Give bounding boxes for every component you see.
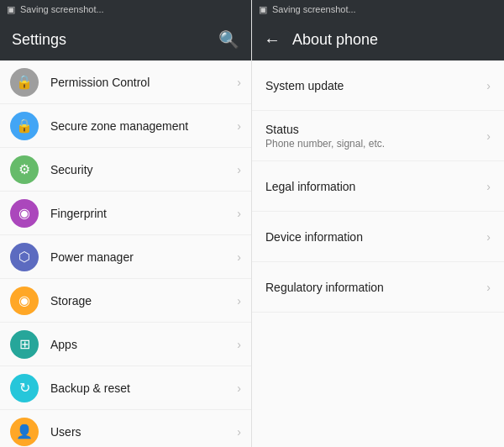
legal-text: Legal information (265, 180, 486, 193)
right-panel: ▣ Saving screenshot... ← About phone Sys… (252, 0, 504, 447)
apps-label: Apps (50, 338, 237, 351)
right-status-text: Saving screenshot... (272, 4, 356, 14)
settings-item-secure-zone[interactable]: 🔒 Secure zone management › (0, 104, 251, 148)
system-update-text: System update (265, 79, 486, 92)
status-chevron: › (486, 129, 491, 143)
left-status-bar: ▣ Saving screenshot... (0, 0, 251, 18)
left-panel: ▣ Saving screenshot... Settings 🔍 🔒 Perm… (0, 0, 252, 447)
search-icon[interactable]: 🔍 (218, 29, 239, 50)
users-chevron: › (237, 425, 241, 439)
right-status-bar: ▣ Saving screenshot... (252, 0, 504, 18)
status-title: Status (265, 123, 486, 136)
about-item-legal[interactable]: Legal information › (252, 161, 504, 212)
regulatory-text: Regulatory information (265, 281, 486, 294)
settings-header: Settings 🔍 (0, 18, 251, 60)
system-update-title: System update (265, 79, 486, 92)
apps-chevron: › (237, 338, 241, 351)
regulatory-title: Regulatory information (265, 281, 486, 294)
settings-item-security[interactable]: ⚙ Security › (0, 148, 251, 192)
settings-item-apps[interactable]: ⊞ Apps › (0, 323, 251, 366)
settings-item-storage[interactable]: ◉ Storage › (0, 279, 251, 323)
back-button[interactable]: ← (264, 30, 281, 50)
storage-chevron: › (237, 294, 241, 308)
security-icon: ⚙ (10, 155, 39, 184)
settings-item-permission-control[interactable]: 🔒 Permission Control › (0, 60, 251, 104)
security-label: Security (50, 163, 237, 176)
about-item-regulatory[interactable]: Regulatory information › (252, 262, 504, 313)
about-item-system-update[interactable]: System update › (252, 60, 504, 111)
settings-item-power-manager[interactable]: ⬡ Power manager › (0, 235, 251, 279)
legal-chevron: › (486, 180, 491, 193)
permission-control-chevron: › (237, 76, 241, 89)
storage-icon: ◉ (10, 287, 39, 315)
backup-label: Backup & reset (50, 381, 237, 395)
about-item-status[interactable]: Status Phone number, signal, etc. › (252, 111, 504, 161)
secure-zone-icon: 🔒 (10, 112, 39, 140)
legal-title: Legal information (265, 180, 486, 193)
secure-zone-label: Secure zone management (50, 119, 237, 133)
fingerprint-icon: ◉ (10, 199, 39, 228)
system-update-chevron: › (486, 79, 491, 92)
device-info-chevron: › (486, 230, 491, 244)
permission-control-label: Permission Control (50, 76, 237, 89)
users-label: Users (50, 425, 237, 439)
about-item-device-info[interactable]: Device information › (252, 212, 504, 262)
power-manager-icon: ⬡ (10, 243, 39, 271)
power-manager-chevron: › (237, 250, 241, 264)
about-phone-title: About phone (292, 31, 492, 49)
right-status-icon: ▣ (259, 4, 267, 15)
secure-zone-chevron: › (237, 119, 241, 133)
status-text-container: Status Phone number, signal, etc. (265, 123, 486, 150)
storage-label: Storage (50, 294, 237, 308)
regulatory-chevron: › (486, 281, 491, 294)
permission-control-icon: 🔒 (10, 68, 39, 97)
left-status-text: Saving screenshot... (20, 4, 104, 14)
security-chevron: › (237, 163, 241, 176)
backup-chevron: › (237, 381, 241, 395)
backup-icon: ↻ (10, 374, 39, 402)
device-info-title: Device information (265, 230, 486, 244)
fingerprint-chevron: › (237, 207, 241, 220)
users-icon: 👤 (10, 418, 39, 446)
fingerprint-label: Fingerprint (50, 207, 237, 220)
settings-item-users[interactable]: 👤 Users › (0, 410, 251, 447)
status-subtitle: Phone number, signal, etc. (265, 138, 486, 150)
about-phone-list: System update › Status Phone number, sig… (252, 60, 504, 447)
about-phone-header: ← About phone (252, 18, 504, 60)
settings-item-backup[interactable]: ↻ Backup & reset › (0, 366, 251, 410)
device-info-text: Device information (265, 230, 486, 244)
left-status-icon: ▣ (7, 4, 15, 15)
power-manager-label: Power manager (50, 250, 237, 264)
settings-list: 🔒 Permission Control › 🔒 Secure zone man… (0, 60, 251, 447)
settings-title: Settings (12, 31, 218, 49)
apps-icon: ⊞ (10, 330, 39, 359)
settings-item-fingerprint[interactable]: ◉ Fingerprint › (0, 192, 251, 235)
